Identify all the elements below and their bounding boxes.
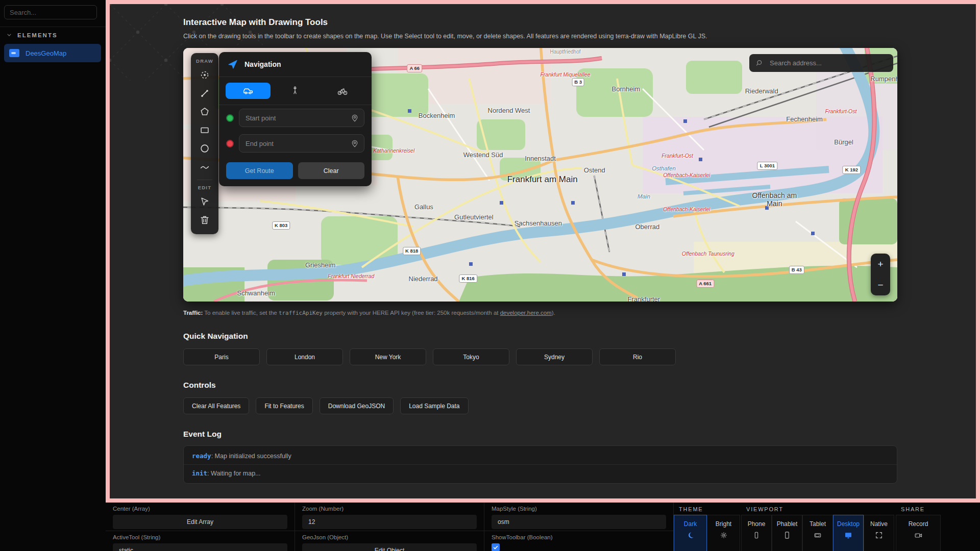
demo-content: Interactive Map with Drawing Tools Click…: [183, 4, 897, 484]
moon-icon: [687, 531, 695, 539]
select-tool-button[interactable]: [195, 192, 214, 211]
share-option-record[interactable]: Record: [896, 515, 941, 551]
map-place-label: Schwanheim: [237, 289, 275, 296]
theme-option-bright[interactable]: Bright: [707, 515, 740, 551]
road-shield: B 3: [572, 78, 584, 86]
map-place-label: Frankfurt Miquelallee: [540, 71, 590, 78]
polygon-icon: [199, 106, 210, 117]
sidebar-item-deesgeomap[interactable]: DeesGeoMap: [4, 44, 101, 62]
viewport-option-native[interactable]: Native: [864, 515, 894, 551]
viewport-option-phablet[interactable]: Phablet: [772, 515, 802, 551]
property-showtoolbar: ShowToolbar (Boolean): [484, 531, 674, 551]
end-point-row: [219, 131, 372, 156]
map-place-label: Frankfurt am Main: [507, 175, 578, 185]
mode-bike-tab[interactable]: [320, 83, 365, 99]
showtoolbar-checkbox[interactable]: [492, 543, 500, 551]
draw-toolbar: DRAW: [191, 53, 218, 234]
map-place-label: Ostend: [584, 166, 605, 173]
viewport-label: VIEWPORT: [741, 503, 895, 515]
traffic-note-prefix: Traffic:: [183, 310, 203, 316]
traffic-note: Traffic: To enable live traffic, set the…: [183, 310, 897, 316]
mapstyle-value-input[interactable]: [492, 515, 666, 529]
quick-navigation-title: Quick Navigation: [183, 332, 897, 341]
map-place-label: Bornheim: [612, 85, 641, 92]
point-tool-button[interactable]: [195, 66, 214, 84]
property-activetool: ActiveTool (String): [106, 531, 295, 551]
edit-object-button[interactable]: Edit Object: [302, 543, 477, 551]
road-shield: A 66: [407, 64, 422, 72]
line-tool-button[interactable]: [195, 84, 214, 103]
fit-to-features-button[interactable]: Fit to Features: [256, 397, 312, 414]
freehand-icon: [199, 161, 210, 172]
map-component-icon: [9, 49, 19, 57]
activetool-value-input[interactable]: [113, 543, 287, 551]
theme-option-dark[interactable]: Dark: [674, 515, 707, 551]
map-place-label: Main: [638, 193, 650, 199]
download-geojson-button[interactable]: Download GeoJSON: [320, 397, 394, 414]
zoom-out-button[interactable]: −: [871, 274, 890, 295]
rectangle-tool-button[interactable]: [195, 121, 214, 139]
viewport-option-phone[interactable]: Phone: [741, 515, 772, 551]
zoom-value-input[interactable]: [302, 515, 477, 529]
tablet-icon: [814, 531, 822, 539]
clear-route-button[interactable]: Clear: [298, 162, 365, 179]
check-icon: [493, 544, 499, 550]
map-place-label: Sachsenhausen: [514, 219, 562, 227]
end-point-input[interactable]: [239, 140, 350, 147]
zoom-in-button[interactable]: +: [871, 254, 890, 274]
location-pin-icon[interactable]: [350, 113, 359, 122]
map-place-label: Westend Süd: [463, 151, 503, 158]
map-zoom-control: + −: [871, 254, 890, 295]
map-place-label: Rumpenheim: [870, 74, 897, 82]
car-icon: [242, 85, 254, 96]
viewport-option-desktop[interactable]: Desktop: [833, 515, 864, 551]
circle-icon: [199, 143, 210, 154]
clear-all-features-button[interactable]: Clear All Features: [183, 397, 249, 414]
sidebar-section-elements[interactable]: ELEMENTS: [6, 32, 58, 38]
rectangle-icon: [199, 124, 210, 136]
map-place-label: Offenbach-Kaiserlei: [663, 172, 710, 178]
map-place-label: Hauptfriedhof: [550, 49, 580, 55]
circle-tool-button[interactable]: [195, 139, 214, 158]
route-actions: Get Route Clear: [219, 156, 372, 186]
edit-section-label: EDIT: [198, 185, 211, 190]
here-developer-link[interactable]: developer.here.com: [500, 310, 552, 316]
chevron-down-icon: [6, 32, 12, 38]
edit-array-button[interactable]: Edit Array: [113, 515, 287, 529]
city-button-tokyo[interactable]: Tokyo: [433, 348, 509, 365]
mode-car-tab[interactable]: [226, 83, 271, 99]
sun-icon: [720, 531, 728, 539]
mode-walk-tab[interactable]: [273, 83, 317, 99]
delete-tool-button[interactable]: [195, 211, 214, 229]
property-zoom: Zoom (Number): [295, 503, 484, 531]
map-place-label: Frankfurter: [628, 295, 660, 302]
city-button-new-york[interactable]: New York: [350, 348, 426, 365]
share-panel: SHARE Record: [896, 503, 942, 551]
map[interactable]: HauptfriedhofBornheimRiederwaldRumpenhei…: [183, 48, 897, 302]
start-point-row: [219, 105, 372, 131]
map-place-label: Riederwald: [745, 87, 778, 95]
road-shield: K 818: [403, 247, 421, 255]
city-button-paris[interactable]: Paris: [183, 348, 260, 365]
load-sample-data-button[interactable]: Load Sample Data: [400, 397, 468, 414]
viewport-option-tablet[interactable]: Tablet: [802, 515, 833, 551]
map-place-label: Bockenheim: [419, 111, 455, 119]
freehand-tool-button[interactable]: [195, 158, 214, 176]
road-shield: K 192: [843, 166, 861, 174]
address-search-input[interactable]: [769, 59, 887, 67]
map-place-label: Offenbach-Kaiserlei: [663, 206, 710, 212]
toolbar-divider: [197, 180, 212, 180]
start-point-input[interactable]: [239, 114, 350, 122]
city-button-rio[interactable]: Rio: [599, 348, 676, 365]
get-route-button[interactable]: Get Route: [226, 162, 293, 179]
city-button-london[interactable]: London: [266, 348, 343, 365]
road-shield: K 816: [459, 274, 477, 283]
map-place-label: Frankfurt-Ost: [662, 153, 693, 159]
property-mapstyle: MapStyle (String): [484, 503, 674, 531]
location-pin-icon[interactable]: [350, 139, 359, 148]
properties-bar: Center (Array) Edit Array Zoom (Number) …: [106, 503, 980, 551]
sidebar-search-input[interactable]: [4, 5, 97, 19]
city-button-sydney[interactable]: Sydney: [516, 348, 593, 365]
trash-icon: [199, 214, 210, 226]
polygon-tool-button[interactable]: [195, 103, 214, 121]
